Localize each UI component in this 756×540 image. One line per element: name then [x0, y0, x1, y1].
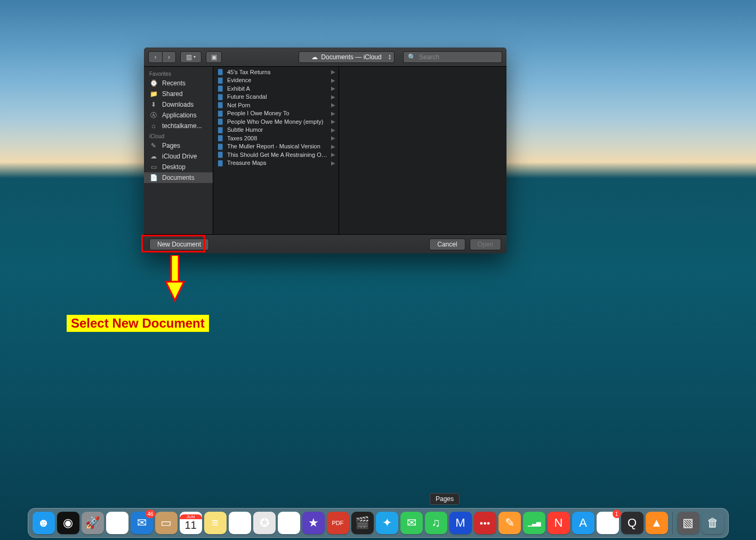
file-row[interactable]: ▇45's Tax Returns▶	[213, 68, 339, 76]
sidebar-header: iCloud	[144, 131, 213, 140]
chevron-right-icon: ▶	[331, 94, 335, 100]
file-row[interactable]: ▇Not Porn▶	[213, 101, 339, 109]
sidebar-item-label: Applications	[162, 112, 197, 119]
dock-calendar[interactable]: JUN11	[180, 512, 202, 534]
sidebar-item-applications[interactable]: ⒶApplications	[144, 110, 213, 121]
dock-itunes[interactable]: ♫	[425, 512, 447, 534]
dock-pages[interactable]: ✎	[498, 512, 521, 534]
search-field[interactable]: 🔍 Search	[403, 51, 502, 63]
file-row[interactable]: ▇The Muller Report - Musical Version▶	[213, 142, 339, 151]
chevron-right-icon: ▶	[331, 102, 335, 108]
chevron-right-icon: ▶	[331, 127, 335, 133]
dock-reminders[interactable]: ≣	[229, 512, 251, 534]
dock-siri[interactable]: ◉	[57, 512, 79, 534]
dock-appstore[interactable]: A	[572, 512, 594, 534]
badge: 1	[613, 510, 621, 518]
dock-maps[interactable]: ✪	[253, 512, 276, 534]
sidebar-item-shared[interactable]: 📁Shared	[144, 89, 213, 99]
sidebar-header: Favorites	[144, 69, 213, 78]
dock-finder[interactable]: ☻	[33, 512, 55, 534]
dock-contacts[interactable]: ▭	[155, 512, 178, 534]
file-row[interactable]: ▇Exhibit A▶	[213, 84, 339, 93]
open-button[interactable]: Open	[470, 239, 501, 250]
sidebar-item-desktop[interactable]: ▭Desktop	[144, 162, 213, 172]
chevron-right-icon: ▶	[331, 110, 335, 116]
forward-button[interactable]: ›	[162, 51, 176, 63]
folder-icon: ▇	[216, 93, 224, 100]
path-popup[interactable]: ☁ Documents — iCloud ▴▾	[299, 51, 395, 63]
quicktime-icon: Q	[628, 516, 637, 530]
folder-icon: ▇	[216, 101, 224, 108]
malware-icon: M	[455, 516, 465, 530]
dock-clapper[interactable]: 🎬	[351, 512, 374, 534]
dock-imovie[interactable]: ★	[302, 512, 325, 534]
notes-icon: ≡	[212, 516, 219, 530]
dock-news[interactable]: N	[548, 512, 570, 534]
columns-icon: ▥	[186, 53, 192, 61]
pages-icon: ✎	[149, 142, 158, 149]
dock-1password[interactable]: ●●●	[474, 512, 496, 534]
sidebar-item-pages[interactable]: ✎Pages	[144, 140, 213, 151]
dock-photos[interactable]: ✿	[278, 512, 300, 534]
file-name: This Should Get Me A Restraining Order	[227, 152, 328, 158]
chevron-left-icon: ‹	[155, 53, 157, 61]
dock-xcode[interactable]: ⚒1	[597, 512, 619, 534]
folder-icon: ▇	[216, 85, 224, 92]
file-row[interactable]: ▇Subtle Humor▶	[213, 126, 339, 134]
folder-icon: ▇	[216, 160, 224, 166]
file-row[interactable]: ▇This Should Get Me A Restraining Order▶	[213, 150, 339, 159]
dock-notes[interactable]: ≡	[204, 512, 227, 534]
view-mode-button[interactable]: ▥ ▾	[180, 51, 202, 63]
mail-icon: ✉	[137, 516, 147, 530]
back-button[interactable]: ‹	[148, 51, 162, 63]
sidebar-item-label: Pages	[162, 142, 180, 149]
dock-vlc[interactable]: ▲	[646, 512, 668, 534]
file-row[interactable]: ▇Evidence▶	[213, 76, 339, 85]
dock-quicktime[interactable]: Q	[621, 512, 644, 534]
cancel-button[interactable]: Cancel	[429, 239, 465, 250]
cancel-label: Cancel	[437, 241, 457, 248]
preview-column	[339, 67, 506, 234]
sidebar-item-downloads[interactable]: ⬇Downloads	[144, 99, 213, 110]
downloads-stack-icon: ▧	[682, 516, 694, 530]
folder-icon: ▇	[216, 110, 224, 117]
chevron-right-icon: ▶	[331, 152, 335, 157]
updown-icon: ▴▾	[389, 54, 391, 60]
chevron-right-icon: ▶	[331, 144, 335, 149]
launchpad-icon: 🚀	[85, 516, 100, 530]
svg-marker-1	[166, 282, 184, 300]
dock-numbers[interactable]: ▁▃▅	[523, 512, 545, 534]
file-row[interactable]: ▇People Who Owe Me Money (empty)▶	[213, 117, 339, 126]
home-icon: ⌂	[149, 122, 158, 130]
trash-icon: 🗑	[707, 516, 719, 530]
sidebar-item-icloud-drive[interactable]: ☁iCloud Drive	[144, 151, 213, 162]
file-row[interactable]: ▇Treasure Maps▶	[213, 159, 339, 168]
annotation-label: Select New Document	[67, 315, 209, 332]
dock-trash[interactable]: 🗑	[702, 512, 724, 534]
dock-downloads-stack[interactable]: ▧	[677, 512, 699, 534]
group-button[interactable]: ▣	[206, 51, 222, 63]
sidebar-item-recents[interactable]: ⌚Recents	[144, 78, 213, 89]
dock-pdf[interactable]: PDF	[327, 512, 349, 534]
sidebar-item-techtalkame-[interactable]: ⌂techtalkame...	[144, 121, 213, 131]
file-row[interactable]: ▇Future Scandal▶	[213, 93, 339, 101]
dock-messages[interactable]: ✉	[400, 512, 423, 534]
file-name: Treasure Maps	[227, 160, 328, 166]
dialog-body: Favorites⌚Recents📁Shared⬇DownloadsⒶAppli…	[144, 67, 506, 234]
chevron-down-icon: ▾	[194, 54, 196, 59]
nav-group: ‹ ›	[148, 51, 176, 63]
itunes-icon: ♫	[431, 516, 440, 530]
folder-icon: ▇	[216, 126, 224, 133]
open-dialog: ‹ › ▥ ▾ ▣ ☁ Documents — iCloud ▴▾ 🔍 Sear…	[144, 47, 506, 253]
dock-safari[interactable]: ✦	[376, 512, 398, 534]
file-row[interactable]: ▇People I Owe Money To▶	[213, 109, 339, 118]
search-placeholder: Search	[419, 53, 439, 61]
folder-icon: ▇	[216, 134, 224, 141]
dock-mail[interactable]: ✉46	[131, 512, 153, 534]
dock-malware[interactable]: M	[449, 512, 472, 534]
reminders-icon: ≣	[235, 516, 245, 530]
dock-launchpad[interactable]: 🚀	[82, 512, 104, 534]
sidebar-item-documents[interactable]: 📄Documents	[144, 172, 213, 183]
dock-chrome[interactable]: ◎	[106, 512, 128, 534]
file-row[interactable]: ▇Taxes 2008▶	[213, 134, 339, 142]
